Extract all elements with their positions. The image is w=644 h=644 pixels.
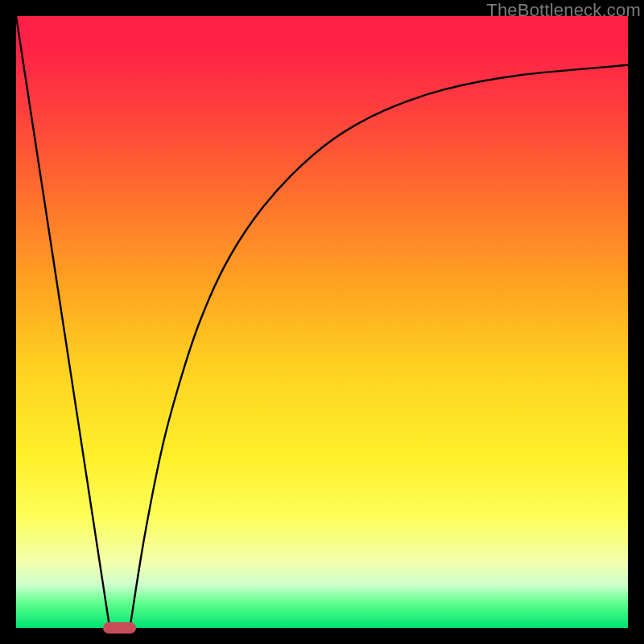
curve-layer <box>16 16 628 628</box>
curve-left-branch <box>16 16 109 628</box>
chart-frame: TheBottleneck.com <box>0 0 644 644</box>
plot-area <box>16 16 628 628</box>
curve-right-branch <box>130 65 628 628</box>
watermark-text: TheBottleneck.com <box>486 0 641 21</box>
optimum-marker <box>103 622 136 634</box>
